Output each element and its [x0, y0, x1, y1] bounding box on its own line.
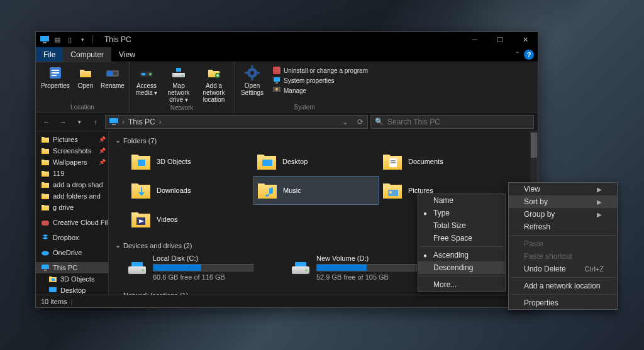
folder-3d-objects[interactable]: 3D Objects: [128, 147, 253, 176]
ctx-view[interactable]: View▶: [509, 183, 617, 195]
sortby-total-size[interactable]: Total Size: [418, 219, 505, 232]
sortby-more[interactable]: More...: [418, 278, 505, 291]
svg-rect-31: [44, 270, 47, 271]
close-button[interactable]: ✕: [513, 32, 538, 47]
folder-label: Downloads: [157, 187, 191, 194]
back-button[interactable]: ←: [40, 115, 53, 129]
folder-label: Videos: [157, 216, 177, 223]
sortorder-ascending[interactable]: ●Ascending: [418, 249, 505, 261]
forward-button[interactable]: →: [56, 115, 70, 129]
sidebar-item-onedrive[interactable]: OneDrive: [36, 247, 108, 258]
address-path: This PC: [128, 118, 155, 126]
sidebar-item-screenshots[interactable]: Screenshots📌: [36, 145, 108, 156]
open-button[interactable]: Open: [75, 65, 96, 89]
properties-button[interactable]: Properties: [40, 65, 71, 89]
address-bar[interactable]: › This PC › ⌄ ⟳: [105, 115, 368, 129]
sidebar-item-addfolders[interactable]: add folders and: [36, 190, 108, 202]
window-title: This PC: [104, 35, 131, 44]
search-input[interactable]: [387, 118, 530, 126]
svg-rect-7: [107, 71, 113, 76]
refresh-icon[interactable]: ⟳: [357, 118, 364, 126]
folder-videos[interactable]: Videos: [128, 205, 253, 234]
manage-button[interactable]: Manage: [272, 86, 368, 95]
drive-usage-bar: [316, 264, 417, 271]
map-network-drive-button[interactable]: Map network drive ▾: [164, 65, 194, 103]
sidebar-item-label: g drive: [53, 204, 74, 211]
thispc-systemicon: [40, 35, 50, 45]
sidebar-item-label: 119: [53, 170, 64, 177]
maximize-button[interactable]: ☐: [487, 32, 513, 47]
svg-rect-34: [138, 160, 145, 166]
rename-button[interactable]: Rename: [100, 65, 125, 89]
open-settings-button[interactable]: Open Settings: [238, 65, 266, 96]
access-media-button[interactable]: Access media ▾: [133, 65, 160, 96]
ctx-groupby[interactable]: Group by▶: [509, 208, 617, 221]
folder-icon: [256, 151, 277, 172]
recent-dropdown[interactable]: ▾: [72, 115, 86, 129]
folder-icon: [257, 180, 278, 201]
sortorder-descending[interactable]: Descending: [418, 261, 505, 274]
sortby-free-space[interactable]: Free Space: [418, 232, 505, 244]
tab-view[interactable]: View: [111, 47, 143, 62]
tab-computer[interactable]: Computer: [63, 47, 111, 62]
svg-rect-44: [131, 262, 143, 266]
folder-icon: [382, 180, 403, 201]
title-bar: ▤ ▯ ▾ This PC ─ ☐ ✕: [36, 32, 538, 47]
sidebar-item-adddrop[interactable]: add a drop shad: [36, 179, 108, 190]
sidebar-item-label: Creative Cloud Fil: [53, 219, 108, 226]
uninstall-program-button[interactable]: Uninstall or change a program: [272, 66, 368, 75]
qat-properties-icon[interactable]: ▤: [52, 35, 62, 45]
sidebar-item-dropbox[interactable]: Dropbox: [36, 232, 108, 243]
folder-yellow-icon: [41, 146, 50, 155]
svg-rect-37: [391, 160, 396, 161]
nav-sidebar[interactable]: Pictures📌Screenshots📌Wallpapers📌119add a…: [36, 131, 109, 295]
address-dropdown-icon[interactable]: ⌄: [342, 118, 348, 126]
sortby-submenu[interactable]: Name●TypeTotal SizeFree Space●AscendingD…: [418, 194, 506, 292]
help-icon[interactable]: ?: [524, 50, 534, 60]
tab-file[interactable]: File: [36, 47, 63, 62]
drive-icon: [291, 260, 310, 275]
ctx-undo-delete[interactable]: Undo DeleteCtrl+Z: [509, 263, 617, 275]
sidebar-item-label: add a drop shad: [53, 181, 103, 189]
folder-music[interactable]: Music: [253, 176, 379, 205]
sidebar-item-thispc[interactable]: This PC: [36, 262, 108, 273]
chevron-down-icon: ⌄: [115, 136, 121, 145]
ctx-properties[interactable]: Properties: [509, 297, 617, 309]
sidebar-item-gdrive[interactable]: g drive: [36, 202, 108, 213]
sidebar-item-wallpapers[interactable]: Wallpapers📌: [36, 156, 108, 168]
search-icon: 🔍: [375, 118, 384, 126]
qat-caret-icon[interactable]: ▾: [77, 35, 87, 45]
search-bar[interactable]: 🔍: [370, 115, 534, 129]
ribbon-collapse-icon[interactable]: ⌃: [514, 50, 520, 58]
sidebar-item-label: add folders and: [53, 192, 101, 200]
sortby-type[interactable]: ●Type: [418, 207, 505, 219]
system-properties-button[interactable]: System properties: [272, 76, 368, 85]
folder-downloads[interactable]: Downloads: [128, 176, 253, 205]
up-button[interactable]: ↑: [89, 115, 103, 129]
folder-documents[interactable]: Documents: [379, 147, 505, 176]
desktop-icon: [48, 286, 57, 295]
sidebar-item-label: Screenshots: [53, 147, 91, 155]
sidebar-item-creative[interactable]: Creative Cloud Fil: [36, 217, 108, 228]
sortby-name[interactable]: Name: [418, 194, 505, 207]
drive-local-disk-c-[interactable]: Local Disk (C:)60.6 GB free of 116 GB: [115, 252, 279, 283]
context-menu[interactable]: View▶ Sort by▶ Group by▶ Refresh Paste P…: [508, 182, 618, 310]
folder-desktop[interactable]: Desktop: [253, 147, 379, 176]
drive-icon: [128, 260, 147, 275]
ctx-add-network-location[interactable]: Add a network location: [509, 280, 617, 292]
sidebar-item-desktop[interactable]: Desktop: [36, 285, 108, 295]
sidebar-item-119[interactable]: 119: [36, 168, 108, 179]
folders-section-header[interactable]: ⌄ Folders (7): [115, 134, 531, 147]
sidebar-item-3dobjects[interactable]: 3D Objects: [36, 273, 108, 285]
ctx-sortby[interactable]: Sort by▶: [509, 195, 617, 208]
folder-3d-icon: [48, 275, 57, 283]
sidebar-item-pictures[interactable]: Pictures📌: [36, 134, 108, 145]
minimize-button[interactable]: ─: [462, 32, 487, 47]
folder-icon: [130, 151, 152, 172]
ribbon: Properties Open Rename Location Access m…: [36, 62, 538, 112]
qat-undo-icon[interactable]: ▯: [65, 35, 75, 45]
folder-yellow-icon: [41, 203, 50, 212]
ctx-refresh[interactable]: Refresh: [509, 221, 617, 233]
add-network-location-button[interactable]: Add a network location: [197, 65, 230, 103]
svg-point-10: [149, 73, 152, 75]
